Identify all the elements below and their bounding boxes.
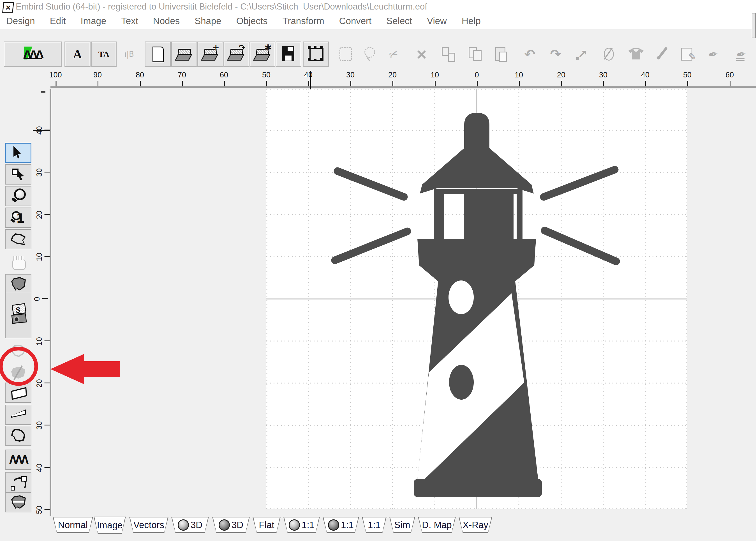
- menu-objects[interactable]: Objects: [236, 16, 268, 26]
- tab-vectors[interactable]: Vectors: [129, 517, 168, 533]
- menu-shape[interactable]: Shape: [194, 16, 221, 26]
- merge-design-button[interactable]: +: [197, 42, 223, 67]
- rect-select-tool: [336, 42, 354, 67]
- node-edit-icon: [10, 166, 27, 183]
- text-mode-button[interactable]: A: [65, 42, 91, 67]
- s-camera-icon: S: [10, 307, 27, 324]
- new-design-button[interactable]: [145, 42, 171, 67]
- floppy-disk-icon: [279, 45, 298, 63]
- magnifier-icon: [10, 188, 27, 204]
- node-edit-tool-button[interactable]: [5, 164, 31, 185]
- folder-gear-icon: ✱: [253, 45, 272, 63]
- open-design-button[interactable]: [171, 42, 197, 67]
- menu-convert[interactable]: Convert: [339, 16, 372, 26]
- tab-xray[interactable]: X-Ray: [459, 517, 492, 533]
- ruler-number: 30: [599, 71, 608, 79]
- zoom-tool-button[interactable]: [5, 186, 31, 206]
- menu-transform[interactable]: Transform: [283, 16, 324, 26]
- text-edit-button[interactable]: TA: [91, 42, 117, 67]
- satin-column-tool-button[interactable]: [5, 382, 31, 403]
- tab-1to1-1[interactable]: 1:1: [283, 517, 320, 533]
- tab-image[interactable]: Image: [94, 517, 126, 534]
- menu-view[interactable]: View: [427, 16, 447, 26]
- save-design-button[interactable]: [276, 42, 301, 67]
- select-tool-button[interactable]: [5, 143, 31, 163]
- ruler-number: 30: [35, 421, 44, 430]
- ruler-number: 40: [641, 71, 649, 79]
- hoop-select-button[interactable]: [303, 42, 329, 67]
- redo-icon: ↷: [547, 45, 565, 63]
- generate-all-tool: ✒: [732, 42, 750, 67]
- ruler-number: 20: [557, 71, 565, 79]
- freehand-select-tool-button[interactable]: [5, 229, 31, 249]
- color-picker-tool: [653, 42, 671, 67]
- bezier-curve-icon: [10, 474, 27, 490]
- text-kerning-tool: ı|B: [121, 42, 138, 67]
- tab-dmap[interactable]: D. Map: [418, 517, 456, 533]
- lighthouse-figure: [335, 113, 616, 497]
- ruler-number: 0: [475, 71, 479, 79]
- sphere-icon: [219, 519, 230, 531]
- outline-polygon-tool-button[interactable]: [5, 426, 31, 446]
- sfumato-tool-button[interactable]: S: [5, 293, 31, 338]
- ruler-number: 20: [388, 71, 396, 79]
- delete-tool: ×: [412, 42, 430, 67]
- tab-3d-1[interactable]: 3D: [171, 517, 209, 533]
- zoom-1to1-tool-button[interactable]: 1: [5, 208, 31, 228]
- ruler-corner-mark: [41, 91, 45, 93]
- toolbar-resize-handle[interactable]: [752, 13, 756, 38]
- ruler-number: 100: [49, 71, 62, 79]
- menu-nodes[interactable]: Nodes: [153, 16, 180, 26]
- view-tabs-bar: Normal Image Vectors 3D 3D: [0, 516, 756, 541]
- fill-shape-tool-button[interactable]: [5, 274, 31, 294]
- menu-text[interactable]: Text: [121, 16, 138, 26]
- tab-3d-2[interactable]: 3D: [212, 517, 250, 533]
- menu-design[interactable]: Design: [6, 16, 35, 26]
- undo-icon: ↶: [521, 45, 539, 63]
- embird-logo-icon: ΛΛΛ: [24, 45, 42, 63]
- curve-tool-button[interactable]: [5, 472, 31, 492]
- quill-icon: ✒: [704, 45, 722, 63]
- copy-icon: [466, 45, 484, 63]
- hoop-frame-icon: [307, 45, 325, 63]
- open-wizard-button[interactable]: ✱: [249, 42, 275, 67]
- import-design-button[interactable]: ↷: [223, 42, 249, 67]
- tab-flat[interactable]: Flat: [253, 517, 281, 533]
- fill-hole-icon: [10, 494, 27, 510]
- manual-stitch-tool-button[interactable]: ΛΛΛ: [5, 450, 31, 470]
- delete-x-icon: ×: [412, 45, 430, 63]
- app-icon: ×: [2, 2, 14, 13]
- dashed-magnifier-icon: [361, 45, 378, 63]
- menu-image[interactable]: Image: [81, 16, 107, 26]
- pointer-icon: [10, 145, 27, 161]
- eyedropper-icon: [653, 45, 671, 63]
- design-canvas[interactable]: [266, 89, 687, 509]
- letter-ta-icon: TA: [95, 45, 113, 63]
- tab-1to1-2[interactable]: 1:1: [323, 517, 359, 533]
- window-title: Embird Studio (64-bit) - registered to U…: [16, 2, 427, 12]
- ruler-number: 30: [346, 71, 355, 79]
- menu-select[interactable]: Select: [386, 16, 412, 26]
- tab-sim[interactable]: Sim: [389, 517, 415, 533]
- embird-logo-button[interactable]: ΛΛΛ: [4, 42, 62, 67]
- tool-palette: 1 S: [0, 70, 32, 541]
- zigzag-icon: ΛΛΛ: [10, 451, 27, 468]
- edit-object-tool: ✎: [678, 42, 696, 67]
- menu-edit[interactable]: Edit: [50, 16, 66, 26]
- node-select-tool: ↗: [574, 42, 592, 67]
- ruler-number: 20: [35, 379, 44, 387]
- wedge-fill-tool-button[interactable]: [5, 405, 31, 425]
- letter-a-icon: A: [68, 45, 87, 63]
- ruler-number: 80: [136, 71, 144, 79]
- fill-hole-tool-button[interactable]: [5, 492, 31, 512]
- ruler-number: 60: [220, 71, 228, 79]
- horizontal-ruler-line: [51, 86, 756, 88]
- ruler-number: 60: [725, 71, 734, 79]
- lighthouse-image: [266, 89, 687, 509]
- menu-help[interactable]: Help: [462, 16, 481, 26]
- lighthouse-body: [414, 113, 542, 497]
- vertical-ruler: 4030201001020304050: [32, 89, 51, 516]
- folder-plus-icon: +: [201, 45, 219, 63]
- tab-normal[interactable]: Normal: [53, 517, 93, 533]
- tab-1to1-3[interactable]: 1:1: [362, 517, 386, 533]
